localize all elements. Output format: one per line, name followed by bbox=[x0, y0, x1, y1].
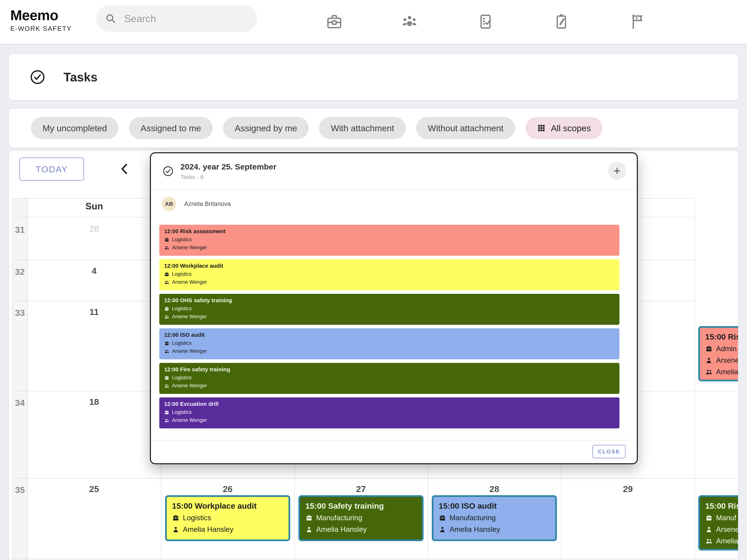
date-cell[interactable]: 28 bbox=[75, 223, 113, 234]
avatar: AB bbox=[162, 196, 176, 211]
date-cell[interactable]: 18 bbox=[75, 397, 113, 407]
event-card-safety-training[interactable]: 15:00 Safety training Manufacturing Amel… bbox=[299, 495, 423, 541]
week-number: 33 bbox=[12, 308, 27, 318]
briefcase-icon[interactable] bbox=[325, 13, 343, 31]
briefcase-icon bbox=[164, 306, 170, 311]
chip-label: Assigned by me bbox=[235, 123, 297, 133]
event-title: 15:00 Risk bbox=[705, 501, 739, 511]
people-icon bbox=[164, 349, 170, 354]
task-scope: Logistics bbox=[172, 271, 191, 277]
filters-panel: My uncompleted Assigned to me Assigned b… bbox=[8, 108, 739, 148]
check-circle-icon bbox=[29, 69, 46, 85]
team-icon[interactable] bbox=[401, 13, 418, 31]
week-number: 34 bbox=[12, 398, 27, 408]
search-input[interactable] bbox=[124, 13, 236, 24]
grid-line bbox=[695, 198, 695, 560]
date-cell[interactable]: 4 bbox=[75, 266, 113, 276]
briefcase-icon bbox=[305, 514, 313, 522]
task-scope: Logistics bbox=[172, 409, 191, 416]
clipboard-edit-icon[interactable] bbox=[552, 13, 570, 31]
check-circle-icon bbox=[162, 165, 174, 177]
filter-chip-without-attachment[interactable]: Without attachment bbox=[416, 117, 515, 139]
modal-task-iso-audit[interactable]: 12:00 ISO audit Logistics Arsene Wenger bbox=[159, 328, 619, 359]
event-title: 15:00 ISO audit bbox=[439, 501, 550, 511]
briefcase-icon bbox=[172, 514, 179, 522]
person-icon bbox=[705, 356, 713, 364]
date-cell[interactable]: 25 bbox=[75, 484, 113, 494]
brand-name: Meemo bbox=[10, 7, 72, 23]
close-button[interactable]: CLOSE bbox=[592, 445, 626, 458]
briefcase-icon bbox=[164, 375, 170, 380]
event-card-workplace-audit[interactable]: 15:00 Workplace audit Logistics Amelia H… bbox=[165, 495, 290, 541]
person-icon bbox=[172, 526, 179, 533]
app-screen: Meemo E-WORK SAFETY Tasks bbox=[0, 0, 747, 560]
task-title: 12:00 Evcuation drill bbox=[164, 400, 619, 407]
chip-label: With attachment bbox=[331, 123, 394, 133]
briefcase-icon bbox=[439, 514, 446, 522]
page-title: Tasks bbox=[63, 70, 98, 84]
task-assignee: Arsene Wenger bbox=[172, 313, 207, 320]
chevron-left-icon[interactable] bbox=[117, 159, 132, 179]
event-scope: Manufacturing bbox=[449, 513, 496, 523]
app-logo[interactable]: Meemo E-WORK SAFETY bbox=[10, 7, 72, 32]
event-person: Arsene bbox=[716, 525, 739, 534]
filter-chip-my-uncompleted[interactable]: My uncompleted bbox=[31, 117, 119, 139]
task-scope: Logistics bbox=[172, 236, 191, 243]
search-bar[interactable] bbox=[96, 5, 257, 32]
event-scope: Manufacturing bbox=[316, 513, 362, 523]
people-icon bbox=[164, 383, 170, 389]
event-title: 15:00 Risk bbox=[705, 331, 739, 342]
today-button[interactable]: TODAY bbox=[20, 158, 84, 181]
modal-task-evacuation-drill[interactable]: 12:00 Evcuation drill Logistics Arsene W… bbox=[159, 397, 619, 428]
checklist-icon[interactable] bbox=[476, 13, 494, 31]
event-title: 15:00 Workplace audit bbox=[172, 501, 283, 511]
event-scope: Admin bbox=[716, 344, 737, 353]
day-header-sun: Sun bbox=[27, 201, 161, 212]
event-assignee: Amelia Hansley bbox=[449, 525, 500, 534]
modal-subtitle: Tasks - 6 bbox=[180, 174, 204, 181]
date-cell[interactable]: 27 bbox=[342, 484, 380, 494]
task-assignee: Arsene Wenger bbox=[172, 279, 207, 286]
event-person: Arsene bbox=[716, 355, 739, 365]
assignee-row: AB Aznela Britanova bbox=[162, 196, 231, 211]
modal-task-fire-safety-training[interactable]: 12:00 Fire safety training Logistics Ars… bbox=[159, 363, 619, 394]
event-card-risk-clipped-2[interactable]: 15:00 Risk Manuf Arsene Amelia bbox=[698, 495, 739, 551]
week-number-gutter bbox=[12, 198, 27, 560]
modal-task-workplace-audit[interactable]: 12:00 Workplace audit Logistics Arsene W… bbox=[159, 259, 619, 290]
search-icon bbox=[105, 13, 117, 24]
date-cell[interactable]: 29 bbox=[609, 484, 646, 494]
grid-line bbox=[12, 478, 739, 478]
event-card-risk-clipped[interactable]: 15:00 Risk Admin Arsene Amelia bbox=[698, 326, 739, 381]
date-cell[interactable]: 11 bbox=[75, 307, 113, 317]
chip-label: Assigned to me bbox=[140, 123, 201, 133]
event-group: Amelia bbox=[716, 367, 738, 377]
date-cell[interactable]: 26 bbox=[209, 484, 246, 494]
event-assignee: Amelia Hansley bbox=[316, 525, 367, 534]
task-title: 12:00 ISO audit bbox=[164, 331, 619, 339]
event-card-iso-audit[interactable]: 15:00 ISO audit Manufacturing Amelia Han… bbox=[432, 495, 557, 541]
briefcase-icon bbox=[705, 345, 713, 352]
grid-line bbox=[12, 559, 739, 559]
person-icon bbox=[439, 526, 446, 533]
date-cell[interactable]: 28 bbox=[475, 484, 513, 494]
people-icon bbox=[705, 368, 713, 376]
top-navigation-bar: Meemo E-WORK SAFETY bbox=[0, 0, 747, 45]
filter-chip-all-scopes[interactable]: All scopes bbox=[525, 117, 602, 139]
briefcase-icon bbox=[705, 514, 713, 522]
modal-task-ohs-safety-training[interactable]: 12:00 OHS safety training Logistics Arse… bbox=[159, 294, 619, 325]
task-title: 12:00 OHS safety training bbox=[164, 297, 619, 304]
event-scope: Logistics bbox=[183, 513, 211, 523]
week-number: 32 bbox=[12, 267, 27, 277]
flag-icon[interactable] bbox=[628, 13, 646, 31]
modal-task-risk-assassment[interactable]: 12:00 Risk assassment Logistics Arsene W… bbox=[159, 225, 619, 256]
task-title: 12:00 Fire safety training bbox=[164, 366, 619, 373]
event-group: Amelia bbox=[716, 536, 738, 546]
filter-chip-assigned-by-me[interactable]: Assigned by me bbox=[223, 117, 309, 139]
add-task-button[interactable]: + bbox=[608, 162, 626, 180]
week-number: 35 bbox=[12, 485, 27, 495]
filter-chip-with-attachment[interactable]: With attachment bbox=[319, 117, 406, 139]
modal-footer-divider bbox=[151, 440, 637, 441]
person-icon bbox=[305, 526, 313, 533]
filter-chip-assigned-to-me[interactable]: Assigned to me bbox=[129, 117, 213, 139]
task-title: 12:00 Workplace audit bbox=[164, 262, 619, 269]
